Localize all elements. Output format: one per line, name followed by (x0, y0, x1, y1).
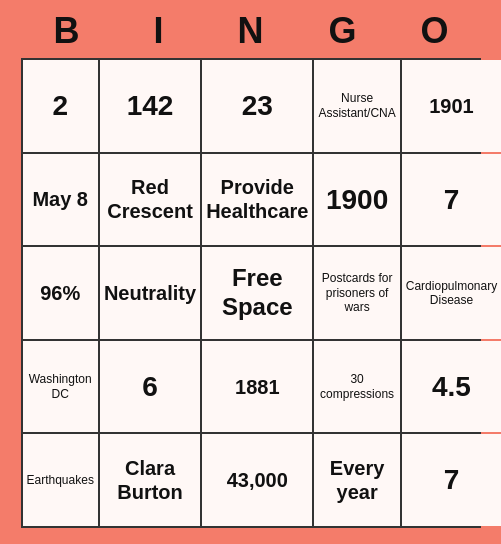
bingo-cell: 7 (402, 154, 501, 246)
bingo-cell: 43,000 (202, 434, 312, 526)
bingo-cell: 23 (202, 60, 312, 152)
bingo-cell: 96% (23, 247, 98, 339)
bingo-cell: 7 (402, 434, 501, 526)
bingo-cell: Washington DC (23, 341, 98, 433)
bingo-cell: 30 compressions (314, 341, 399, 433)
title-letter: O (395, 10, 475, 52)
bingo-cell: Postcards for prisoners of wars (314, 247, 399, 339)
title-letter: B (27, 10, 107, 52)
title-letter: G (303, 10, 383, 52)
bingo-title: BINGO (21, 0, 481, 58)
bingo-cell: Neutrality (100, 247, 200, 339)
bingo-cell: Red Crescent (100, 154, 200, 246)
bingo-cell: Clara Burton (100, 434, 200, 526)
title-letter: I (119, 10, 199, 52)
bingo-cell: May 8 (23, 154, 98, 246)
bingo-cell: 4.5 (402, 341, 501, 433)
bingo-cell: 142 (100, 60, 200, 152)
bingo-cell: 6 (100, 341, 200, 433)
bingo-cell: Earthquakes (23, 434, 98, 526)
bingo-cell: 1901 (402, 60, 501, 152)
bingo-cell: 2 (23, 60, 98, 152)
bingo-grid: 214223Nurse Assistant/CNA1901May 8Red Cr… (21, 58, 481, 528)
bingo-cell: 1881 (202, 341, 312, 433)
bingo-cell: Provide Healthcare (202, 154, 312, 246)
title-letter: N (211, 10, 291, 52)
bingo-cell: Free Space (202, 247, 312, 339)
bingo-cell: Nurse Assistant/CNA (314, 60, 399, 152)
bingo-cell: Every year (314, 434, 399, 526)
bingo-cell: Cardiopulmonary Disease (402, 247, 501, 339)
bingo-cell: 1900 (314, 154, 399, 246)
